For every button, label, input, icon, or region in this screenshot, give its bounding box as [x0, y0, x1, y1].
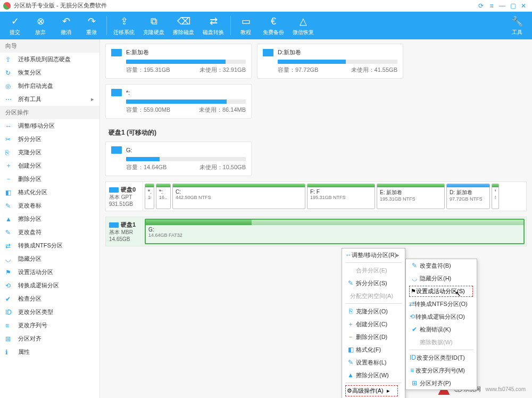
op-icon: ＋: [5, 162, 15, 170]
submit-button[interactable]: ✓提交: [2, 12, 28, 39]
ctx1-item-4[interactable]: ⎘克隆分区(O): [342, 305, 405, 318]
ctx1-item-0[interactable]: ↔调整/移动分区(R)▸: [342, 248, 405, 261]
discard-button[interactable]: ⊗放弃: [28, 12, 53, 39]
disk0-head[interactable]: 硬盘0 基本 GPT 931.51GB: [106, 182, 143, 211]
ctx2b-item-4[interactable]: ID改变分区类型ID(T): [406, 351, 477, 364]
partition-card-g[interactable]: G: 容量：14.64GB未使用：10.50GB: [105, 142, 252, 176]
ctx-icon: ◧: [345, 346, 356, 353]
sidebar-wiz-0[interactable]: ⇪迁移系统到固态硬盘: [0, 53, 99, 66]
ctx2a-item-1[interactable]: ◡隐藏分区(H): [406, 272, 477, 285]
ctx2a-item-0[interactable]: ✎改变盘符(B): [406, 259, 477, 272]
ctx-advanced[interactable]: ⚙高级操作(A)▸: [342, 384, 405, 397]
backup-button[interactable]: €免费备份: [259, 12, 288, 39]
ctx-icon: ⇄: [409, 300, 414, 308]
sidebar-op-0[interactable]: ↔调整/移动分区: [0, 119, 99, 132]
disk0-part-1[interactable]: *:16...: [156, 184, 171, 209]
ctx1-item-1: 合并分区(E): [342, 264, 405, 277]
ctx2b-item-5[interactable]: ≡改变分区序列号(M): [406, 364, 477, 377]
sidebar-op-8[interactable]: ✎更改盘符: [0, 226, 99, 239]
disk-icon: [111, 89, 122, 96]
tools-button[interactable]: 🔧工具: [504, 12, 530, 39]
op-icon: ↔: [5, 122, 15, 130]
ctx-icon: ✎: [345, 279, 356, 287]
op-icon: ⇄: [5, 242, 15, 250]
wipe-button[interactable]: ⌫擦除磁盘: [169, 12, 198, 39]
op-icon: ✎: [5, 229, 15, 236]
partition-card-e[interactable]: E:新加卷 容量：195.31GB未使用：32.91GB: [105, 44, 252, 79]
ctx1-item-6[interactable]: －删除分区(D): [342, 330, 405, 343]
sidebar-op-9[interactable]: ⇄转换成NTFS分区: [0, 239, 99, 252]
sidebar-op-15[interactable]: ≡更改序列号: [0, 319, 99, 332]
ctx-set-active[interactable]: ⚑设置成活动分区(S): [406, 285, 477, 297]
refresh-icon[interactable]: ⟳: [476, 2, 486, 10]
ctx1-item-7[interactable]: ◧格式化(F): [342, 343, 405, 356]
sidebar-op-11[interactable]: ⚑设置活动分区: [0, 266, 99, 279]
undo-button[interactable]: ↶撤消: [53, 12, 79, 39]
sidebar-op-12[interactable]: ⟲转换成逻辑分区: [0, 279, 99, 292]
migrate-button[interactable]: ⇪迁移系统: [109, 12, 139, 39]
ctx1-item-8[interactable]: ✎设置卷标(L): [342, 356, 405, 369]
ctx1-item-9[interactable]: ▲擦除分区(W): [342, 369, 405, 382]
ctx-icon: ✎: [409, 262, 420, 269]
disk0-part-2[interactable]: C:442.50GB NTFS: [172, 184, 305, 209]
clone-button[interactable]: ⧉克隆硬盘: [139, 12, 169, 39]
maximize-icon[interactable]: ▢: [508, 2, 518, 10]
disk0-part-4[interactable]: E: 新加卷195.31GB NTFS: [377, 184, 445, 209]
sidebar-op-14[interactable]: ID更改分区类型: [0, 305, 99, 319]
sidebar-wiz-1[interactable]: ↻恢复分区: [0, 66, 99, 79]
ctx2b-item-2[interactable]: ✔检测错误(K): [406, 323, 477, 336]
wechat-button[interactable]: △微信恢复: [288, 12, 318, 39]
sidebar-wiz-2[interactable]: ◎制作启动光盘: [0, 79, 99, 93]
disk0-part-3[interactable]: F: F195.31GB NTFS: [307, 184, 375, 209]
ctx-icon: ⊞: [409, 379, 420, 387]
sidebar-op-2[interactable]: ⎘克隆分区: [0, 146, 99, 159]
sidebar-op-4[interactable]: －删除分区: [0, 172, 99, 186]
menu-icon[interactable]: ≡: [486, 2, 497, 10]
op-icon: ✎: [5, 202, 15, 210]
minimize-icon[interactable]: —: [497, 2, 508, 10]
sidebar-op-13[interactable]: ✔检查分区: [0, 292, 99, 305]
titlebar: 分区助手专业版 - 无损分区免费软件 ⟳ ≡ — ▢ ✕: [0, 0, 532, 12]
sidebar-op-3[interactable]: ＋创建分区: [0, 159, 99, 172]
disk-icon: [109, 187, 119, 193]
sidebar-wiz-3[interactable]: ⋯所有工具▸: [0, 93, 99, 106]
ctx-icon: ＋: [345, 320, 356, 329]
sidebar-op-6[interactable]: ✎更改卷标: [0, 199, 99, 212]
ctx2b-item-6[interactable]: ⊞分区对齐(P): [406, 377, 477, 389]
sidebar-op-5[interactable]: ◧格式化分区: [0, 186, 99, 199]
sidebar-op-17[interactable]: ℹ属性: [0, 345, 99, 359]
flag-icon: ⚑: [411, 288, 416, 295]
disk0-part-6[interactable]: *:5...: [492, 184, 499, 209]
partition-card-star[interactable]: *: 容量：559.00MB未使用：86.14MB: [105, 84, 252, 119]
partition-card-d[interactable]: D:新加卷 容量：97.72GB未使用：41.55GB: [257, 44, 403, 79]
disk1-label: 硬盘1 (可移动的): [100, 119, 532, 142]
sidebar-head-ops: 分区操作: [0, 106, 99, 119]
ctx1-item-3: 分配空闲空间(A): [342, 289, 405, 302]
ctx-icon: ⎘: [345, 308, 356, 315]
op-icon: ▲: [5, 215, 15, 223]
sidebar-op-1[interactable]: ✂拆分分区: [0, 132, 99, 146]
context-menu: ↔调整/移动分区(R)▸合并分区(E)✎拆分分区(S)分配空闲空间(A)⎘克隆分…: [342, 248, 405, 398]
ctx-icon: ◡: [409, 275, 420, 282]
ctx-icon: ▲: [345, 371, 356, 379]
tutorial-button[interactable]: ▭教程: [233, 12, 259, 39]
redo-button[interactable]: ↷重做: [79, 12, 104, 39]
close-icon[interactable]: ✕: [518, 2, 529, 10]
op-icon: ⎘: [5, 149, 15, 156]
ctx2b-item-1[interactable]: ⟲转换成逻辑分区(O): [406, 310, 477, 323]
disk0-part-5[interactable]: D: 新加卷97.72GB NTFS: [446, 184, 490, 209]
op-icon: ⚑: [5, 269, 15, 276]
ctx2b-item-0[interactable]: ⇄转换成NTFS分区(O): [406, 297, 477, 310]
sidebar-op-7[interactable]: ▲擦除分区: [0, 212, 99, 226]
ctx1-item-5[interactable]: ＋创建分区(C): [342, 318, 405, 330]
op-icon: ≡: [5, 322, 15, 329]
sidebar-op-10[interactable]: ◡隐藏分区: [0, 252, 99, 266]
sidebar-op-16[interactable]: ⊞分区对齐: [0, 332, 99, 345]
op-icon: ℹ: [5, 349, 15, 356]
disk1-head[interactable]: 硬盘1 基本 MBR 14.65GB: [106, 217, 143, 246]
convert-button[interactable]: ⇄磁盘转换: [198, 12, 228, 39]
disk1-part-g[interactable]: G:14.64GB FAT32: [145, 219, 525, 244]
disk0-part-0[interactable]: *:10...: [145, 184, 154, 209]
wiz-icon: ⋯: [5, 96, 15, 103]
ctx1-item-2[interactable]: ✎拆分分区(S): [342, 277, 405, 289]
